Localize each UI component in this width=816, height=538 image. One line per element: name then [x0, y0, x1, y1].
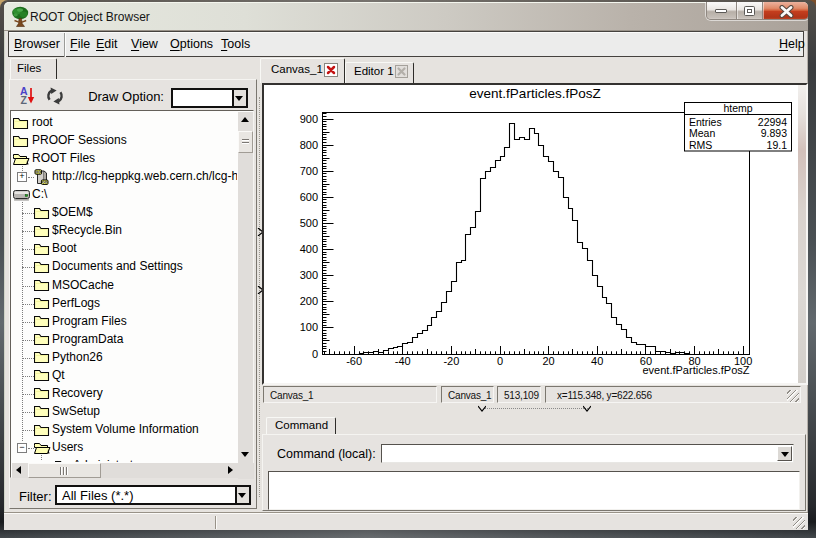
svg-text:200: 200 — [300, 295, 318, 307]
svg-text:-60: -60 — [346, 355, 362, 367]
svg-text:300: 300 — [300, 269, 318, 281]
svg-text:19.1: 19.1 — [767, 139, 788, 151]
svg-text:600: 600 — [300, 191, 318, 203]
svg-text:700: 700 — [300, 165, 318, 177]
svg-text:400: 400 — [300, 243, 318, 255]
svg-text:800: 800 — [300, 139, 318, 151]
svg-text:RMS: RMS — [689, 139, 712, 151]
svg-text:900: 900 — [300, 113, 318, 125]
svg-text:0: 0 — [312, 348, 318, 360]
svg-text:0: 0 — [497, 355, 503, 367]
svg-text:22994: 22994 — [758, 116, 787, 128]
svg-text:event.fParticles.fPosZ: event.fParticles.fPosZ — [469, 86, 600, 101]
svg-text:20: 20 — [542, 355, 554, 367]
svg-text:-20: -20 — [443, 355, 459, 367]
svg-text:40: 40 — [591, 355, 603, 367]
svg-text:-40: -40 — [395, 355, 411, 367]
svg-text:htemp: htemp — [723, 102, 752, 114]
svg-text:Mean: Mean — [689, 127, 715, 139]
svg-text:100: 100 — [300, 321, 318, 333]
svg-text:Entries: Entries — [689, 116, 722, 128]
svg-text:event.fParticles.fPosZ: event.fParticles.fPosZ — [643, 364, 750, 376]
svg-text:500: 500 — [300, 217, 318, 229]
svg-text:9.893: 9.893 — [761, 127, 787, 139]
